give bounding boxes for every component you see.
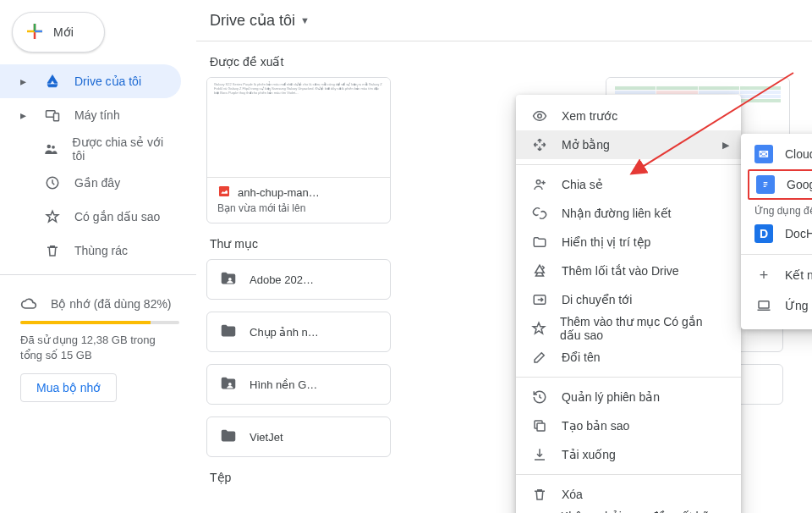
ctx-make-copy[interactable]: Tạo bản sao: [516, 411, 741, 440]
cloud-icon: [20, 295, 37, 312]
nav-label: Có gắn dấu sao: [74, 210, 160, 223]
trash-icon: [531, 487, 548, 502]
svg-point-2: [47, 145, 52, 149]
ctx-preview[interactable]: Xem trước: [516, 102, 741, 130]
star-icon: [44, 209, 61, 224]
drive-icon: [44, 74, 61, 89]
sidebar: Mới ▸ Drive của tôi ▸ Máy tính: [0, 0, 196, 513]
image-icon: [217, 185, 231, 201]
star-icon: [531, 321, 546, 336]
ctx-add-shortcut[interactable]: Thêm lối tắt vào Drive: [516, 256, 741, 285]
card-thumbnail: Galaxy S22 Series Purple là phiên bản mà…: [207, 78, 390, 178]
ctx-remove[interactable]: Xóa: [516, 480, 741, 509]
card-subtitle: Bạn vừa mới tải lên: [217, 202, 381, 214]
svg-point-9: [536, 180, 540, 185]
nav-label: Drive của tôi: [74, 74, 141, 88]
person-add-icon: [531, 177, 548, 192]
ctx-rename[interactable]: Đổi tên: [516, 343, 741, 372]
new-button[interactable]: Mới: [12, 12, 105, 52]
ctx-share[interactable]: Chia sẻ: [516, 170, 741, 199]
svg-point-8: [538, 114, 542, 119]
svg-rect-11: [537, 423, 545, 431]
card-footer: anh-chup-man… Bạn vừa mới tải lên: [207, 178, 390, 223]
folder-chip[interactable]: Hình nền G…: [206, 364, 391, 405]
nav-computers[interactable]: ▸ Máy tính: [0, 98, 181, 132]
google-docs-icon: [756, 175, 775, 194]
submenu-connect-more[interactable]: +Kết nối ứng dụng khác: [741, 260, 812, 290]
suggested-card[interactable]: Galaxy S22 Series Purple là phiên bản mà…: [206, 77, 391, 223]
svg-point-7: [228, 383, 232, 386]
chevron-right-icon: ▸: [20, 74, 30, 88]
ctx-open-with[interactable]: Mở bằng▶: [516, 130, 741, 159]
link-icon: [531, 206, 548, 221]
pencil-icon: [531, 350, 548, 365]
chevron-right-icon: ▸: [20, 108, 30, 122]
plus-icon: [25, 21, 45, 44]
nav-starred[interactable]: Có gắn dấu sao: [0, 200, 181, 234]
folder-chip[interactable]: Adobe 202…: [206, 259, 391, 300]
copy-icon: [531, 418, 548, 433]
svg-point-6: [228, 278, 232, 281]
submenu-google-docs[interactable]: Google Tài liệu: [748, 169, 812, 200]
folder-shared-icon: [219, 269, 238, 290]
ctx-not-useful[interactable]: Không phải mục đề xuất hữu ích: [516, 509, 741, 513]
nav-my-drive[interactable]: ▸ Drive của tôi: [0, 64, 181, 98]
submenu-section-label: Ứng dụng đề xuất: [741, 200, 812, 218]
move-to-icon: [531, 292, 548, 307]
nav-label: Được chia sẻ với tôi: [73, 135, 171, 163]
submenu-cloud-drive[interactable]: ✉Cloud Drive to Mail: [741, 139, 812, 169]
ctx-manage-versions[interactable]: Quản lý phiên bản: [516, 383, 741, 411]
folder-name: VietJet: [250, 431, 283, 444]
folder-icon: [531, 234, 548, 250]
section-suggested: Được đề xuất: [205, 41, 802, 77]
svg-point-3: [52, 146, 55, 149]
ctx-move-to[interactable]: Di chuyển tới: [516, 285, 741, 314]
ctx-download[interactable]: Tải xuống: [516, 440, 741, 469]
new-button-label: Mới: [53, 25, 74, 39]
nav-label: Thùng rác: [74, 244, 128, 257]
trash-icon: [44, 243, 61, 258]
app-root: Mới ▸ Drive của tôi ▸ Máy tính: [0, 0, 812, 513]
nav-trash[interactable]: Thùng rác: [0, 234, 181, 268]
drive-shortcut-icon: [531, 263, 548, 279]
cloud-mail-icon: ✉: [754, 145, 773, 163]
folder-chip[interactable]: VietJet: [206, 416, 391, 457]
devices-icon: [44, 108, 61, 123]
nav-label: Máy tính: [74, 108, 120, 122]
nav-shared[interactable]: Được chia sẻ với tôi: [0, 132, 181, 166]
laptop-icon: [754, 298, 773, 313]
nav-recent[interactable]: Gần đây: [0, 166, 181, 200]
folder-shared-icon: [219, 374, 238, 395]
nav-list: ▸ Drive của tôi ▸ Máy tính Được chia sẻ …: [0, 64, 196, 268]
folder-name: Adobe 202…: [250, 273, 314, 286]
eye-icon: [531, 108, 548, 124]
svg-rect-5: [219, 186, 229, 196]
ctx-add-starred[interactable]: Thêm vào thư mục Có gắn dấu sao: [516, 314, 741, 343]
folder-name: Chụp ảnh n…: [250, 326, 319, 339]
divider: [0, 274, 196, 275]
download-icon: [531, 447, 548, 462]
submenu-apps-on-computer[interactable]: Ứng dụng trên máy tính của bạn: [741, 290, 812, 321]
nav-label: Gần đây: [74, 176, 120, 190]
plus-icon: +: [754, 267, 773, 284]
storage-section: Bộ nhớ (đã dùng 82%) Đã sử dụng 12,38 GB…: [0, 282, 196, 402]
breadcrumb[interactable]: Drive của tôi ▼: [205, 0, 802, 41]
ctx-get-link[interactable]: Nhận đường liên kết: [516, 199, 741, 228]
ctx-show-location[interactable]: Hiển thị vị trí tệp: [516, 228, 741, 256]
open-with-icon: [531, 137, 548, 152]
svg-rect-13: [759, 301, 769, 308]
buy-storage-button[interactable]: Mua bộ nhớ: [20, 373, 117, 402]
dochub-icon: D: [754, 224, 773, 243]
submenu-dochub[interactable]: DDocHub - PDF Sign and Edit: [741, 218, 812, 249]
chevron-down-icon: ▼: [300, 15, 310, 25]
open-with-submenu: ✉Cloud Drive to Mail Google Tài liệu Ứng…: [741, 134, 812, 329]
chevron-right-icon: ▶: [722, 140, 729, 151]
folder-icon: [219, 322, 238, 343]
folder-icon: [219, 427, 238, 448]
storage-bar: [20, 321, 179, 324]
clock-icon: [44, 175, 61, 190]
breadcrumb-label: Drive của tôi: [210, 11, 295, 30]
folder-name: Hình nền G…: [250, 378, 317, 391]
folder-chip[interactable]: Chụp ảnh n…: [206, 312, 391, 352]
nav-storage[interactable]: Bộ nhớ (đã dùng 82%): [20, 287, 179, 321]
